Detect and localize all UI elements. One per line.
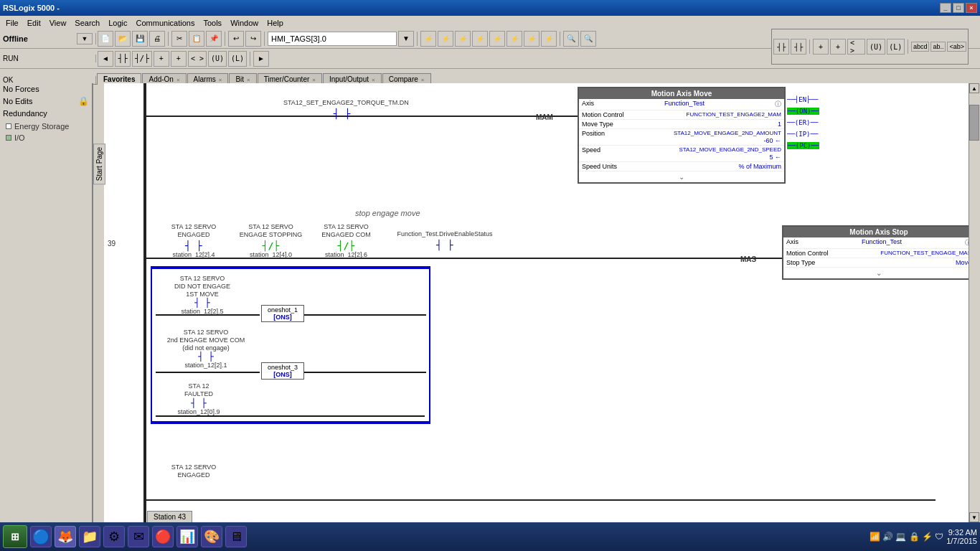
paren-open[interactable]: < >: [188, 51, 207, 67]
copy-button[interactable]: 📋: [189, 31, 204, 47]
mam-spd-key: Speed: [582, 146, 600, 154]
nested-c2[interactable]: STA 12 SERVO2nd ENGAGE MOVE COM(did not …: [156, 329, 256, 369]
nested-c3[interactable]: STA 12FAULTED ┤ ├ station_12[0].9: [156, 382, 242, 415]
energy-label: Energy Storage: [14, 122, 69, 131]
mam-full-title: Motion Axis Move: [579, 88, 784, 99]
contact39-1[interactable]: STA 12 SERVOENGAGED ┤ ├ station_12[2].4: [161, 223, 226, 258]
contact-nc[interactable]: ┤/├: [132, 51, 152, 67]
contact39-4[interactable]: Function_Test.DriveEnableStatus ┤ ├: [387, 230, 502, 250]
undo-button[interactable]: ↩: [228, 31, 244, 47]
nav-back[interactable]: ◄: [98, 51, 113, 67]
sep-nav: [250, 52, 250, 66]
taskbar-icon-1[interactable]: 🔵: [30, 526, 52, 547]
restore-button[interactable]: □: [953, 3, 964, 13]
v-scrollbar[interactable]: ▲ ▼: [969, 83, 980, 522]
c39-1-label: STA 12 SERVOENGAGED: [161, 223, 226, 239]
menu-communications[interactable]: Communications: [132, 17, 199, 29]
zoom-out-button[interactable]: 🔍: [580, 31, 596, 47]
cut-button[interactable]: ✂: [171, 31, 187, 47]
start-button[interactable]: ⊞: [3, 525, 27, 548]
menu-logic[interactable]: Logic: [104, 17, 131, 29]
fp-btn-3[interactable]: +: [813, 39, 829, 55]
toolbar-btn-8[interactable]: ⚡: [541, 31, 557, 47]
mam-info-btn[interactable]: ⓘ: [775, 100, 781, 109]
scrollbar-down[interactable]: ▼: [969, 512, 979, 522]
menu-file[interactable]: File: [1, 17, 23, 29]
nav-fwd[interactable]: ►: [253, 51, 269, 67]
mas-expand[interactable]: ⌄: [783, 268, 969, 278]
fp-btn-7[interactable]: (L): [887, 39, 905, 55]
toolbar-btn-7[interactable]: ⚡: [524, 31, 540, 47]
toolbar-btn-3[interactable]: ⚡: [455, 31, 471, 47]
fp-btn-1[interactable]: ┤├: [773, 39, 789, 55]
taskbar-icon-9[interactable]: 🖥: [225, 526, 247, 547]
menu-help[interactable]: Help: [263, 17, 288, 29]
tag-dropdown[interactable]: ▼: [398, 31, 414, 47]
fp-ab2[interactable]: ab..: [930, 42, 946, 52]
ons1-block[interactable]: oneshot_1 [ONS]: [261, 305, 304, 322]
new-button[interactable]: 📄: [98, 31, 113, 47]
fp-btn-6[interactable]: (U): [867, 39, 885, 55]
rung40-c1: STA 12 SERVO ENGAGED: [161, 463, 226, 479]
minimize-button[interactable]: _: [940, 3, 951, 13]
mam-mt-key: Move Type: [582, 121, 613, 128]
energy-indicator: [6, 123, 11, 129]
print-button[interactable]: 🖨: [149, 31, 165, 47]
save-button[interactable]: 💾: [132, 31, 148, 47]
paren-l[interactable]: (L): [228, 51, 247, 67]
ons1-label: oneshot_1: [268, 306, 298, 314]
toolbar-btn-2[interactable]: ⚡: [438, 31, 453, 47]
offline-button[interactable]: ▼: [77, 33, 93, 44]
station-tab[interactable]: Station 43: [147, 511, 192, 522]
start-page-tab[interactable]: Start Page: [93, 143, 105, 184]
mam-expand[interactable]: ⌄: [579, 171, 784, 182]
toolbar-btn-6[interactable]: ⚡: [507, 31, 522, 47]
menu-window[interactable]: Window: [226, 17, 263, 29]
taskbar-icon-3[interactable]: 📁: [79, 526, 100, 547]
mam-mc-key: Motion Control: [582, 111, 624, 118]
redundancy-item: Redundancy: [0, 108, 92, 119]
fp-abcd[interactable]: abcd: [911, 42, 930, 52]
c39-1-tag: station_12[2].4: [161, 251, 226, 258]
taskbar-icon-5[interactable]: ✉: [128, 526, 149, 547]
menu-edit[interactable]: Edit: [23, 17, 45, 29]
menu-tools[interactable]: Tools: [199, 17, 226, 29]
toolbar-btn-4[interactable]: ⚡: [472, 31, 488, 47]
taskbar-icon-7[interactable]: 📊: [176, 526, 198, 547]
mas-row-axis: Axis Function_Test ⓘ: [783, 237, 969, 249]
menu-search[interactable]: Search: [70, 17, 104, 29]
edits-label: No Edits: [3, 97, 33, 105]
paren-u[interactable]: (U): [208, 51, 227, 67]
redo-button[interactable]: ↪: [245, 31, 261, 47]
tag-input[interactable]: [268, 32, 397, 46]
fp-btn-2[interactable]: ┤├: [791, 39, 806, 55]
branch-up[interactable]: +: [154, 51, 169, 67]
fp-ab3[interactable]: <ab>: [947, 42, 966, 52]
toolbar-btn-1[interactable]: ⚡: [420, 31, 436, 47]
contact-h[interactable]: ┤├: [115, 51, 131, 67]
fp-btn-4[interactable]: +: [830, 39, 846, 55]
taskbar-icon-4[interactable]: ⚙: [103, 526, 125, 547]
paste-button[interactable]: 📌: [206, 31, 222, 47]
contact38-symbol[interactable]: ┤ ├: [334, 108, 350, 119]
menu-view[interactable]: View: [45, 17, 71, 29]
open-button[interactable]: 📂: [115, 31, 131, 47]
ons3-block[interactable]: oneshot_3 [ONS]: [261, 362, 304, 380]
contact39-3[interactable]: STA 12 SERVOENGAGED COM ┤/├ station_12[2…: [316, 223, 377, 258]
fp-btn-5[interactable]: < >: [847, 39, 865, 55]
scrollbar-up[interactable]: ▲: [969, 83, 979, 93]
taskbar-icon-6[interactable]: 🔴: [152, 526, 174, 547]
rung39-number: 39: [108, 240, 116, 248]
nested-c1[interactable]: STA 12 SERVODID NOT ENGAGE1ST MOVE ┤ ├ s…: [156, 275, 249, 315]
close-button[interactable]: ×: [966, 3, 977, 13]
zoom-in-button[interactable]: 🔍: [563, 31, 579, 47]
taskbar-icon-8[interactable]: 🎨: [201, 526, 222, 547]
toolbar-btn-5[interactable]: ⚡: [489, 31, 505, 47]
taskbar-icon-2[interactable]: 🦊: [55, 526, 76, 547]
nc1-sym: ┤ ├: [156, 298, 249, 308]
nc1-label: STA 12 SERVODID NOT ENGAGE1ST MOVE: [156, 275, 249, 298]
nc3-sym: ┤ ├: [156, 398, 242, 408]
contact39-2[interactable]: STA 12 SERVOENGAGE STOPPING ┤/├ station_…: [237, 223, 305, 258]
scrollbar-thumb[interactable]: [969, 105, 979, 141]
branch-dn[interactable]: +: [171, 51, 187, 67]
